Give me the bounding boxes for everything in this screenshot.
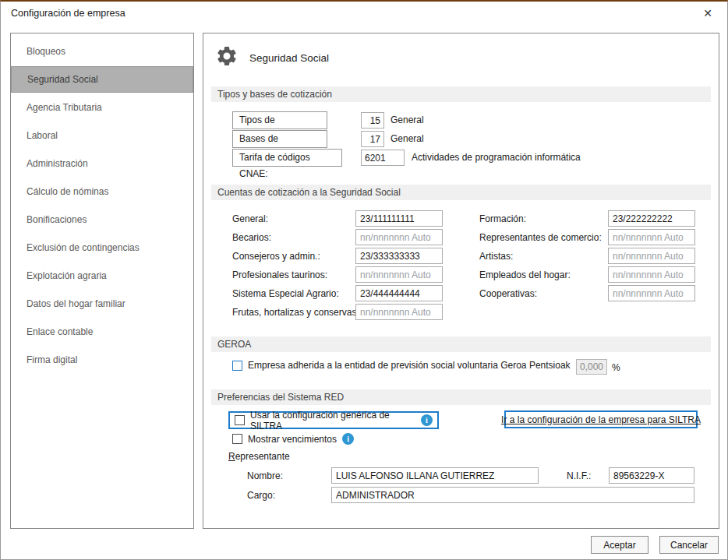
cuenta-consejeros-input[interactable] — [355, 248, 443, 264]
cuenta-agrario-label: Sistema Especial Agrario: — [232, 288, 339, 299]
section-header-red: Preferencias del Sistema RED — [211, 389, 711, 405]
cuenta-artistas-input[interactable] — [608, 248, 695, 264]
cuenta-representantes-label: Representantes de comercio: — [479, 232, 602, 243]
window-title: Configuración de empresa — [11, 2, 125, 25]
cuenta-general-input[interactable] — [355, 210, 443, 227]
gear-icon — [215, 44, 239, 71]
siltra-config-link[interactable]: Ir a la configuración de la empresa para… — [504, 410, 698, 428]
usar-siltra-highlight-box: Usar la configuración genérica de SILTRA… — [228, 411, 439, 429]
representante-title: Representante — [228, 451, 290, 462]
geroa-row: Empresa adherida a la entidad de previsi… — [232, 360, 700, 371]
siltra-config-link-label[interactable]: Ir a la configuración de la empresa para… — [501, 414, 701, 425]
cuenta-taurinos-input[interactable] — [355, 266, 443, 283]
cuenta-becarios-label: Becarios: — [232, 232, 271, 243]
cuenta-representantes-input[interactable] — [608, 229, 695, 245]
cancel-button[interactable]: Cancelar — [659, 536, 719, 554]
mostrar-vencimientos-checkbox[interactable] — [232, 434, 242, 444]
tarifa-cnae-input[interactable] — [361, 150, 405, 166]
sidebar-item-laboral[interactable]: Laboral — [11, 122, 193, 150]
usar-siltra-info-icon[interactable]: i — [421, 414, 433, 426]
cuenta-consejeros-label: Consejeros y admin.: — [232, 251, 320, 262]
mostrar-vencimientos-row: Mostrar vencimientos i — [232, 433, 354, 445]
cuenta-cooperativas-label: Cooperativas: — [479, 288, 537, 299]
geroa-percent-suffix: % — [612, 362, 620, 373]
cuenta-artistas-label: Artistas: — [479, 251, 513, 262]
bases-cotizacion-button[interactable]: Bases de cotización: — [232, 130, 327, 148]
sidebar-item-enlace-contable[interactable]: Enlace contable — [11, 318, 193, 346]
usar-siltra-label: Usar la configuración genérica de SILTRA — [250, 410, 415, 431]
tarifa-cnae-button[interactable]: Tarifa de códigos CNAE: — [232, 149, 342, 167]
sidebar-item-administracion[interactable]: Administración — [11, 150, 193, 178]
company-config-dialog: Configuración de empresa ✕ Bloqueos Segu… — [0, 0, 728, 560]
close-icon[interactable]: ✕ — [696, 2, 719, 25]
cuenta-formacion-input[interactable] — [608, 210, 695, 227]
mostrar-vencimientos-info-icon[interactable]: i — [342, 433, 354, 445]
main-panel: Seguridad Social Tipos y bases de cotiza… — [203, 33, 719, 529]
sidebar-item-bonificaciones[interactable]: Bonificaciones — [11, 206, 193, 234]
nombre-label: Nombre: — [247, 470, 283, 481]
geroa-checkbox-label: Empresa adherida a la entidad de previsi… — [248, 360, 571, 371]
cuenta-becarios-input[interactable] — [355, 229, 443, 245]
cuenta-hogar-input[interactable] — [608, 266, 695, 283]
section-header-tipos: Tipos y bases de cotización — [211, 86, 711, 102]
section-header-geroa: GEROA — [211, 336, 711, 352]
sidebar-item-calculo-nominas[interactable]: Cálculo de nóminas — [11, 178, 193, 206]
panel-header: Seguridad Social — [215, 44, 329, 71]
sidebar-item-firma-digital[interactable]: Firma digital — [11, 346, 193, 374]
sidebar-item-bloqueos[interactable]: Bloqueos — [11, 37, 193, 65]
usar-siltra-checkbox[interactable] — [235, 415, 245, 425]
mostrar-vencimientos-label: Mostrar vencimientos — [248, 434, 337, 445]
cuenta-taurinos-label: Profesionales taurinos: — [232, 269, 327, 280]
cuenta-frutas-input[interactable] — [355, 304, 443, 320]
accept-button[interactable]: Aceptar — [591, 536, 648, 554]
geroa-percent-input — [576, 359, 607, 375]
title-bar: Configuración de empresa ✕ — [1, 2, 727, 26]
sidebar-item-explotacion-agraria[interactable]: Explotación agraria — [11, 262, 193, 290]
tipos-cotizacion-button[interactable]: Tipos de cotización: — [232, 111, 327, 129]
cuenta-frutas-label: Frutas, hortalizas y conservas: — [232, 307, 359, 318]
section-header-cuentas: Cuentas de cotización a la Seguridad Soc… — [211, 185, 711, 200]
cargo-label: Cargo: — [247, 490, 275, 501]
cuenta-general-label: General: — [232, 213, 268, 224]
cuenta-agrario-input[interactable] — [355, 285, 443, 301]
nombre-input[interactable] — [331, 467, 539, 484]
cuenta-hogar-label: Empleados del hogar: — [479, 269, 571, 280]
bases-cotizacion-input[interactable] — [361, 131, 384, 147]
nif-label: N.I.F.: — [567, 470, 591, 481]
bases-cotizacion-suffix: General — [391, 133, 424, 144]
sidebar: Bloqueos Seguridad Social Agencia Tribut… — [10, 33, 194, 529]
sidebar-item-agencia-tributaria[interactable]: Agencia Tributaria — [11, 93, 193, 122]
geroa-checkbox[interactable] — [232, 361, 242, 371]
cuenta-cooperativas-input[interactable] — [608, 285, 695, 301]
cuenta-formacion-label: Formación: — [479, 213, 526, 224]
tipos-cotizacion-input[interactable] — [361, 112, 384, 129]
cargo-input[interactable] — [331, 487, 694, 503]
tarifa-cnae-suffix: Actividades de programación informática — [412, 152, 581, 163]
sidebar-item-datos-hogar-familiar[interactable]: Datos del hogar familiar — [11, 290, 193, 318]
panel-title: Seguridad Social — [249, 52, 329, 64]
sidebar-item-seguridad-social[interactable]: Seguridad Social — [11, 66, 193, 93]
sidebar-item-exclusion-contingencias[interactable]: Exclusión de contingencias — [11, 234, 193, 262]
nif-input[interactable] — [609, 467, 694, 484]
tipos-cotizacion-suffix: General — [391, 114, 424, 125]
